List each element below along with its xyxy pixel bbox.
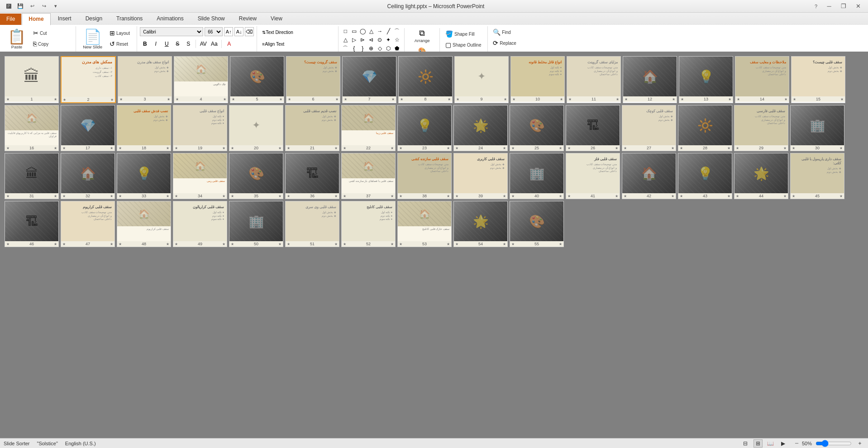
change-case-button[interactable]: Aa: [209, 39, 219, 49]
tab-file[interactable]: File: [0, 14, 21, 25]
slide-item[interactable]: 🎨 ★ 35 ★: [229, 153, 283, 199]
slide-item[interactable]: سقف قلبی وی سری ◈ بخش اول◈ بخش دوم ★ 51 …: [285, 201, 339, 247]
font-color-button[interactable]: A: [224, 39, 234, 49]
close-button[interactable]: ✕: [852, 1, 864, 11]
shape-outline-button[interactable]: ▢ Shape Outline: [443, 40, 485, 50]
slide-item[interactable]: 🏠 سقف خارک قلبی کانلبج ★ 53 ★: [397, 201, 452, 247]
slide-item[interactable]: 🏠 سقف قلبی با فضاهای باز سازنده کشی ★ 37…: [341, 153, 396, 199]
strikethrough-button[interactable]: S: [172, 39, 182, 49]
copy-button[interactable]: ⎘ Copy: [31, 39, 73, 49]
shape-arrow[interactable]: →: [376, 27, 384, 35]
arrange-button[interactable]: ⧉ Arrange: [412, 27, 432, 45]
reset-button[interactable]: ↺ Reset: [107, 39, 134, 49]
undo-qat-button[interactable]: ↩: [27, 1, 37, 11]
italic-button[interactable]: I: [151, 39, 161, 49]
slide-item[interactable]: ملاحظات و معایب سقف متن توضیحات سقف کاذب…: [735, 56, 789, 103]
clear-format-button[interactable]: ⌫: [245, 27, 254, 36]
tab-view[interactable]: View: [264, 13, 289, 25]
slide-item[interactable]: 🏗 ★ 46 ★: [5, 201, 59, 247]
find-button[interactable]: 🔍 Find: [491, 27, 519, 37]
shape-s2[interactable]: ▷: [350, 36, 358, 44]
bold-button[interactable]: B: [140, 39, 150, 49]
slide-item[interactable]: سقف قلبی کاربری ◈ بخش اول◈ بخش دوم ★ 39 …: [453, 153, 508, 199]
slide-item[interactable]: 💡 ★ 13 ★: [679, 56, 733, 103]
font-name-select[interactable]: Calibri: [140, 27, 203, 36]
tab-insert[interactable]: Insert: [51, 13, 78, 25]
slide-item[interactable]: 🏠 سقف قلبی کراریوم ★ 48 ★: [117, 201, 171, 247]
shape-s1[interactable]: △: [341, 36, 349, 44]
zoom-slider[interactable]: [816, 440, 852, 447]
slide-item[interactable]: 🎨 ★ 55 ★: [510, 201, 564, 247]
zoom-in-button[interactable]: +: [855, 439, 864, 448]
shape-rect2[interactable]: ▭: [350, 27, 358, 35]
new-slide-button[interactable]: 📄 New Slide: [79, 27, 106, 52]
increase-font-button[interactable]: A↑: [224, 27, 233, 36]
shape-s7[interactable]: ☆: [393, 36, 401, 44]
shadow-button[interactable]: S: [183, 39, 193, 49]
restore-button[interactable]: ❐: [837, 1, 850, 11]
slide-item[interactable]: 🏠 ★ 42 ★: [622, 153, 676, 199]
slide-sorter-button[interactable]: ⊞: [754, 439, 763, 448]
char-spacing-button[interactable]: AV: [198, 39, 208, 49]
underline-button[interactable]: U: [162, 39, 172, 49]
align-text-button[interactable]: ≡ Align Text: [260, 39, 286, 49]
save-qat-button[interactable]: 💾: [15, 1, 25, 11]
shape-s5[interactable]: ⊙: [376, 36, 384, 44]
shape-s4[interactable]: ⊲: [367, 36, 375, 44]
slide-item[interactable]: 🏛 ★ 31 ★: [5, 153, 59, 199]
slide-item[interactable]: 💎 ★ 7 ★: [342, 56, 396, 103]
slide-item[interactable]: 🏠 ★ 12 ★: [623, 56, 677, 103]
slide-item[interactable]: 🏢 ★ 40 ★: [510, 153, 564, 199]
slideshow-view-button[interactable]: ▶: [779, 439, 788, 448]
slide-item[interactable]: انواع سقف های مدرن ◈ بخش اول◈ بخش دوم ★ …: [118, 56, 172, 103]
main-area[interactable]: 🏛 ★ 1 ★ ممکش های مدرن ۱– سقف داری۲– سقف …: [0, 52, 868, 438]
slide-item[interactable]: سقف قلبی چیست؟ ◈ بخش اول◈ بخش دوم ★ 15 ★: [791, 56, 845, 103]
slide-item[interactable]: ✦ ★ 9 ★: [454, 56, 509, 103]
slide-item[interactable]: 🏢 ★ 50 ★: [229, 201, 283, 247]
normal-view-button[interactable]: ⊟: [741, 439, 750, 448]
slide-item[interactable]: 🏛 ★ 1 ★: [5, 56, 59, 103]
font-size-select[interactable]: 66: [205, 27, 223, 36]
tab-review[interactable]: Review: [232, 13, 263, 25]
shape-round[interactable]: ◯: [358, 27, 367, 35]
shape-s6[interactable]: ✦: [384, 36, 392, 44]
slide-item[interactable]: 💡 ★ 43 ★: [678, 153, 732, 199]
slide-item[interactable]: نصب فدش سقف قلبی ◈ بخش اول◈ بخش دوم ★ 18…: [117, 105, 171, 151]
tab-home[interactable]: Home: [22, 13, 50, 25]
slide-item[interactable]: 🏠 سقف قلبی زیبا ★ 22 ★: [341, 105, 396, 151]
shape-tri[interactable]: △: [367, 27, 375, 35]
shape-curve[interactable]: ⌒: [393, 27, 401, 35]
tab-animations[interactable]: Animations: [150, 13, 190, 25]
slide-item[interactable]: ممکش های مدرن ۱– سقف داری۲– سقف گروینت۳–…: [61, 56, 116, 103]
slide-item[interactable]: 🌟 ★ 44 ★: [734, 153, 788, 199]
slide-item[interactable]: 🎨 ★ 5 ★: [230, 56, 284, 103]
slide-item[interactable]: سقف قلبی سازنده کشی متن توضیحات سقف کاذب…: [397, 153, 452, 199]
minimize-button[interactable]: ─: [823, 1, 835, 11]
slide-item[interactable]: سقف قلبی کانلبج ● نکته اول● نکته دوم● نک…: [341, 201, 396, 247]
slide-item[interactable]: 🏠 ★ 32 ★: [61, 153, 115, 199]
slide-item[interactable]: 🎨 ★ 25 ★: [510, 105, 564, 151]
slide-item[interactable]: 🏠 سقف قلبی رمی ★ 34 ★: [173, 153, 227, 199]
shape-line[interactable]: ╱: [384, 27, 392, 35]
redo-qat-button[interactable]: ↪: [39, 1, 49, 11]
cut-button[interactable]: ✂ Cut: [31, 28, 73, 38]
slide-item[interactable]: ✦ ★ 20 ★: [229, 105, 283, 151]
slide-item[interactable]: سقف داری یاریمول با قلبی کلتی: ◈ بخش اول…: [790, 153, 844, 199]
slide-item[interactable]: سقف قلبی فلز متن توضیحات سقف کاذبو انواع…: [566, 153, 620, 199]
layout-button[interactable]: ⊞ Layout: [107, 28, 134, 38]
slide-item[interactable]: 💡 ★ 33 ★: [117, 153, 171, 199]
shape-rect[interactable]: □: [341, 27, 349, 35]
paste-button[interactable]: 📋 Paste: [4, 27, 30, 52]
slide-item[interactable]: 🏠 سقف قلبی به مزایی که تا کاربریهاو قابل…: [5, 105, 59, 151]
customize-qat-button[interactable]: ▾: [51, 1, 61, 11]
decrease-font-button[interactable]: A↓: [234, 27, 243, 36]
slide-item[interactable]: 🔆 ★ 8 ★: [398, 56, 453, 103]
shape-fill-button[interactable]: 🪣 Shape Fill: [443, 29, 485, 39]
slide-item[interactable]: 💎 ★ 17 ★: [61, 105, 115, 151]
help-button[interactable]: ?: [811, 1, 821, 11]
slide-item[interactable]: مزایای سقف گروینت متن توضیحات سقف کاذبو …: [567, 56, 621, 103]
slide-item[interactable]: سقف قلبی کراریوم متن توضیحات سقف کاذبو ا…: [61, 201, 115, 247]
slide-item[interactable]: سقف قلبی کوچک ◈ بخش اول◈ بخش دوم ★ 27 ★: [622, 105, 676, 151]
slide-item[interactable]: 🏠 چک دالویی ★ 4 ★: [174, 56, 228, 103]
tab-transitions[interactable]: Transitions: [110, 13, 149, 25]
